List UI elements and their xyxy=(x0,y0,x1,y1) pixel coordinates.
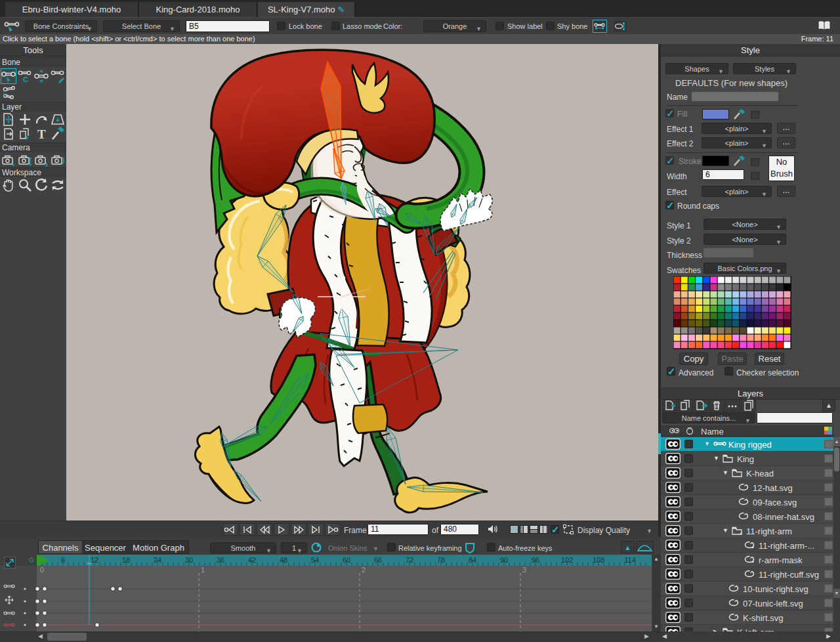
svg-text:78: 78 xyxy=(437,556,445,564)
svg-text:54: 54 xyxy=(311,556,319,564)
svg-text:3: 3 xyxy=(522,566,526,574)
svg-text:114: 114 xyxy=(624,556,636,564)
svg-text:2: 2 xyxy=(362,566,366,574)
svg-text:T: T xyxy=(37,127,46,141)
svg-text:48: 48 xyxy=(280,556,287,564)
svg-text:102: 102 xyxy=(561,556,573,564)
svg-text:18: 18 xyxy=(122,556,130,564)
svg-text:24: 24 xyxy=(154,556,161,564)
svg-text:36: 36 xyxy=(217,556,224,564)
svg-text:30: 30 xyxy=(185,556,193,564)
svg-text:C: C xyxy=(23,75,28,83)
svg-text:6: 6 xyxy=(61,556,65,564)
svg-text:60: 60 xyxy=(343,556,350,564)
svg-text:1: 1 xyxy=(201,566,205,574)
svg-text:96: 96 xyxy=(532,556,539,564)
svg-text:72: 72 xyxy=(406,556,413,564)
svg-text:0: 0 xyxy=(30,556,33,564)
svg-text:66: 66 xyxy=(374,556,382,564)
svg-text:90: 90 xyxy=(500,556,508,564)
svg-text:0: 0 xyxy=(40,566,44,574)
svg-text:108: 108 xyxy=(593,556,604,564)
svg-text:84: 84 xyxy=(469,556,476,564)
svg-text:42: 42 xyxy=(248,556,256,564)
